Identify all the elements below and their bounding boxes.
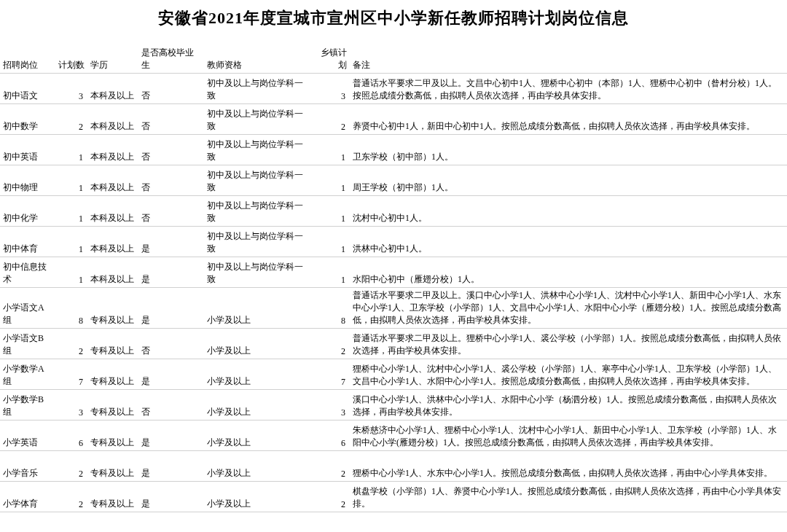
cell-graduate: 否 <box>138 103 204 134</box>
cell-cert: 初中及以上与岗位学科一致 <box>204 195 313 226</box>
table-row: 小学语文A组8专科及以上是小学及以上8普通话水平要求二甲及以上。溪口中心小学1人… <box>0 287 787 328</box>
cell-notes: 水阳中心初中（雁翅分校）1人。 <box>350 257 787 287</box>
cell-cert: 初中及以上与岗位学科一致 <box>204 165 313 195</box>
cell-plan: 1 <box>51 134 87 165</box>
cell-position: 初中信息技术 <box>0 257 51 287</box>
cell-education: 本科及以上 <box>87 165 138 195</box>
cell-plan: 2 <box>51 103 87 134</box>
cell-cert: 初中及以上与岗位学科一致 <box>204 73 313 103</box>
cell-notes: 普通话水平要求二甲及以上。文昌中心初中1人、狸桥中心初中（本部）1人、狸桥中心初… <box>350 73 787 103</box>
cell-notes: 溪口中心小学1人、洪林中心小学1人、水阳中心小学（杨泗分校）1人。按照总成绩分数… <box>350 389 787 420</box>
cell-plan: 3 <box>51 73 87 103</box>
table-row: 小学语文B组2专科及以上否小学及以上2普通话水平要求二甲及以上。狸桥中心小学1人… <box>0 328 787 359</box>
cell-township: 8 <box>313 287 350 328</box>
cell-plan: 7 <box>51 359 87 389</box>
cell-township: 1 <box>313 134 350 165</box>
cell-notes: 狸桥中心小学1人、水东中心小学1人。按照总成绩分数高低，由拟聘人员依次选择，再由… <box>350 450 787 481</box>
cell-notes: 沈村中心初中1人。 <box>350 195 787 226</box>
cell-plan: 6 <box>51 420 87 450</box>
cell-township: 1 <box>313 165 350 195</box>
cell-graduate: 是 <box>138 450 204 481</box>
th-notes: 备注 <box>350 34 787 73</box>
cell-township: 2 <box>313 328 350 359</box>
table-row: 初中物理1本科及以上否初中及以上与岗位学科一致1周王学校（初中部）1人。 <box>0 165 787 195</box>
cell-township: 3 <box>313 73 350 103</box>
cell-graduate: 否 <box>138 195 204 226</box>
cell-education: 专科及以上 <box>87 389 138 420</box>
cell-plan: 1 <box>51 257 87 287</box>
cell-township: 1 <box>313 195 350 226</box>
cell-graduate: 否 <box>138 165 204 195</box>
th-township: 乡镇计划 <box>313 34 350 73</box>
cell-graduate: 否 <box>138 134 204 165</box>
positions-table: 招聘岗位 计划数 学历 是否高校毕业生 教师资格 乡镇计划 备注 初中语文3本科… <box>0 34 787 512</box>
table-header-row: 招聘岗位 计划数 学历 是否高校毕业生 教师资格 乡镇计划 备注 <box>0 34 787 73</box>
cell-cert: 初中及以上与岗位学科一致 <box>204 257 313 287</box>
cell-plan: 2 <box>51 450 87 481</box>
page-title: 安徽省2021年度宣城市宣州区中小学新任教师招聘计划岗位信息 <box>0 0 787 34</box>
cell-township: 1 <box>313 257 350 287</box>
cell-cert: 初中及以上与岗位学科一致 <box>204 103 313 134</box>
cell-notes: 洪林中心初中1人。 <box>350 226 787 257</box>
cell-township: 7 <box>313 359 350 389</box>
cell-education: 本科及以上 <box>87 257 138 287</box>
cell-plan: 1 <box>51 165 87 195</box>
cell-graduate: 是 <box>138 257 204 287</box>
cell-education: 本科及以上 <box>87 226 138 257</box>
th-position: 招聘岗位 <box>0 34 51 73</box>
cell-position: 小学语文A组 <box>0 287 51 328</box>
cell-notes: 周王学校（初中部）1人。 <box>350 165 787 195</box>
cell-plan: 1 <box>51 195 87 226</box>
cell-graduate: 否 <box>138 328 204 359</box>
cell-position: 初中体育 <box>0 226 51 257</box>
table-row: 初中英语1本科及以上否初中及以上与岗位学科一致1卫东学校（初中部）1人。 <box>0 134 787 165</box>
cell-graduate: 是 <box>138 420 204 450</box>
cell-graduate: 否 <box>138 73 204 103</box>
cell-cert: 小学及以上 <box>204 287 313 328</box>
th-cert: 教师资格 <box>204 34 313 73</box>
cell-education: 专科及以上 <box>87 450 138 481</box>
cell-notes: 养贤中心初中1人，新田中心初中1人。按照总成绩分数高低，由拟聘人员依次选择，再由… <box>350 103 787 134</box>
cell-notes: 普通话水平要求二甲及以上。溪口中心小学1人、洪林中心小学1人、沈村中心小学1人、… <box>350 287 787 328</box>
table-row: 小学英语6专科及以上是小学及以上6朱桥慈济中心小学1人、狸桥中心小学1人、沈村中… <box>0 420 787 450</box>
cell-position: 初中化学 <box>0 195 51 226</box>
cell-education: 本科及以上 <box>87 103 138 134</box>
cell-education: 专科及以上 <box>87 481 138 512</box>
cell-plan: 1 <box>51 226 87 257</box>
cell-cert: 小学及以上 <box>204 359 313 389</box>
cell-township: 2 <box>313 103 350 134</box>
cell-graduate: 是 <box>138 226 204 257</box>
th-graduate: 是否高校毕业生 <box>138 34 204 73</box>
cell-position: 小学数学A组 <box>0 359 51 389</box>
cell-notes: 棋盘学校（小学部）1人、养贤中心小学1人。按照总成绩分数高低，由拟聘人员依次选择… <box>350 481 787 512</box>
cell-graduate: 是 <box>138 481 204 512</box>
cell-notes: 朱桥慈济中心小学1人、狸桥中心小学1人、沈村中心小学1人、新田中心小学1人、卫东… <box>350 420 787 450</box>
cell-position: 小学体育 <box>0 481 51 512</box>
cell-education: 本科及以上 <box>87 134 138 165</box>
cell-cert: 初中及以上与岗位学科一致 <box>204 134 313 165</box>
cell-township: 2 <box>313 450 350 481</box>
table-row: 小学数学A组7专科及以上是小学及以上7狸桥中心小学1人、沈村中心小学1人、裘公学… <box>0 359 787 389</box>
cell-graduate: 是 <box>138 287 204 328</box>
cell-notes: 卫东学校（初中部）1人。 <box>350 134 787 165</box>
table-row: 初中信息技术1本科及以上是初中及以上与岗位学科一致1水阳中心初中（雁翅分校）1人… <box>0 257 787 287</box>
th-education: 学历 <box>87 34 138 73</box>
cell-position: 小学数学B组 <box>0 389 51 420</box>
cell-position: 初中物理 <box>0 165 51 195</box>
cell-cert: 小学及以上 <box>204 328 313 359</box>
cell-position: 小学语文B组 <box>0 328 51 359</box>
cell-plan: 3 <box>51 389 87 420</box>
cell-position: 初中语文 <box>0 73 51 103</box>
cell-graduate: 是 <box>138 359 204 389</box>
cell-plan: 2 <box>51 481 87 512</box>
cell-cert: 小学及以上 <box>204 420 313 450</box>
cell-education: 本科及以上 <box>87 73 138 103</box>
cell-plan: 8 <box>51 287 87 328</box>
cell-education: 专科及以上 <box>87 328 138 359</box>
cell-position: 小学英语 <box>0 420 51 450</box>
cell-township: 2 <box>313 481 350 512</box>
cell-education: 专科及以上 <box>87 287 138 328</box>
cell-notes: 普通话水平要求二甲及以上。狸桥中心小学1人、裘公学校（小学部）1人。按照总成绩分… <box>350 328 787 359</box>
th-plan: 计划数 <box>51 34 87 73</box>
cell-graduate: 否 <box>138 389 204 420</box>
